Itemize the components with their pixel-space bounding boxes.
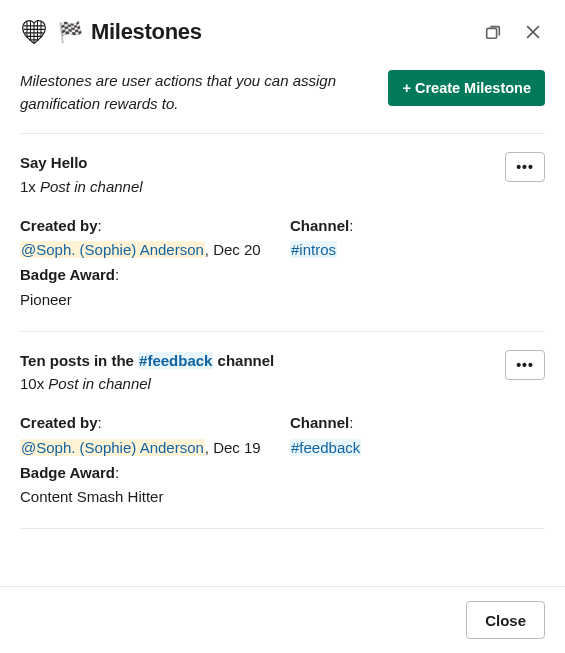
ellipsis-icon: ••• [516, 160, 534, 174]
created-by-cell: Created by:@Soph. (Sophie) Anderson, Dec… [20, 411, 280, 461]
channel-cell: Channel:#intros [290, 214, 545, 264]
more-options-button[interactable]: ••• [505, 152, 545, 182]
intro-row: Milestones are user actions that you can… [20, 58, 545, 134]
modal-body: Milestones are user actions that you can… [0, 58, 565, 586]
modal-header: 🏁 Milestones [0, 0, 565, 58]
flag-icon: 🏁 [58, 20, 83, 44]
close-icon [524, 23, 542, 41]
user-mention[interactable]: @Soph. (Sophie) Anderson [20, 241, 205, 258]
created-by-label: Created by [20, 414, 98, 431]
channel-link[interactable]: #intros [290, 241, 337, 258]
new-window-icon [484, 23, 502, 41]
milestone-details: Created by:@Soph. (Sophie) Anderson, Dec… [20, 214, 545, 313]
badge-award-label: Badge Award [20, 464, 115, 481]
milestone-details: Created by:@Soph. (Sophie) Anderson, Dec… [20, 411, 545, 510]
milestone-title: Ten posts in the #feedback channel [20, 350, 274, 372]
milestone-title-block: Say Hello1x Post in channel [20, 152, 143, 198]
title-wrap: 🏁 Milestones [58, 19, 471, 45]
created-by-cell: Created by:@Soph. (Sophie) Anderson, Dec… [20, 214, 280, 264]
channel-link[interactable]: #feedback [290, 439, 361, 456]
create-milestone-button[interactable]: + Create Milestone [388, 70, 545, 106]
user-mention[interactable]: @Soph. (Sophie) Anderson [20, 439, 205, 456]
modal-footer: Close [0, 586, 565, 653]
created-by-label: Created by [20, 217, 98, 234]
close-button[interactable]: Close [466, 601, 545, 639]
milestone-list: Say Hello1x Post in channel•••Created by… [20, 134, 545, 529]
milestone-item: Ten posts in the #feedback channel10x Po… [20, 332, 545, 530]
badge-value: Pioneer [20, 291, 72, 308]
milestone-subtitle: 1x Post in channel [20, 176, 143, 198]
badge-cell: Badge Award:Pioneer [20, 263, 280, 313]
channel-label: Channel [290, 414, 349, 431]
milestone-head: Say Hello1x Post in channel••• [20, 152, 545, 198]
new-window-button[interactable] [481, 20, 505, 44]
milestone-head: Ten posts in the #feedback channel10x Po… [20, 350, 545, 396]
channel-cell: Channel:#feedback [290, 411, 545, 461]
milestone-subtitle: 10x Post in channel [20, 373, 274, 395]
milestone-title: Say Hello [20, 152, 143, 174]
intro-text: Milestones are user actions that you can… [20, 70, 350, 115]
page-title: Milestones [91, 19, 202, 45]
badge-value: Content Smash Hitter [20, 488, 163, 505]
more-options-button[interactable]: ••• [505, 350, 545, 380]
milestone-title-block: Ten posts in the #feedback channel10x Po… [20, 350, 274, 396]
channel-label: Channel [290, 217, 349, 234]
ellipsis-icon: ••• [516, 358, 534, 372]
milestones-modal: 🏁 Milestones Milestones are user actions… [0, 0, 565, 653]
app-logo-icon [20, 18, 48, 46]
badge-award-label: Badge Award [20, 266, 115, 283]
svg-rect-0 [487, 28, 497, 38]
close-x-button[interactable] [521, 20, 545, 44]
header-actions [481, 20, 545, 44]
badge-cell: Badge Award:Content Smash Hitter [20, 461, 280, 511]
channel-link[interactable]: #feedback [138, 352, 213, 369]
milestone-item: Say Hello1x Post in channel•••Created by… [20, 134, 545, 332]
